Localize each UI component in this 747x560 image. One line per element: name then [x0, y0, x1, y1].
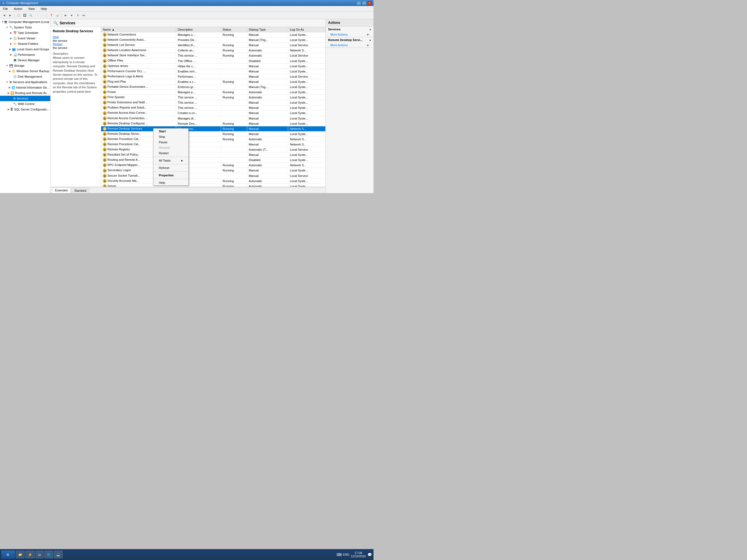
- show-hide-button[interactable]: 📋: [16, 12, 21, 18]
- pause-button[interactable]: ⏸: [75, 12, 80, 18]
- table-row[interactable]: ⚙Remote Access Auto Conne...Creates a co…: [101, 110, 326, 116]
- col-header-status[interactable]: Status: [221, 27, 247, 32]
- play-button[interactable]: ▶: [63, 12, 68, 18]
- table-row[interactable]: ⚙Routing and Remote A...DisabledLocal Sy…: [101, 157, 326, 163]
- restart-service-link[interactable]: Restart: [53, 42, 99, 46]
- tree-services-apps[interactable]: ▼ ⚙ Services and Applications: [0, 79, 50, 85]
- tree-services[interactable]: ⚙ Services: [0, 96, 50, 101]
- table-row[interactable]: ⚙Performance Logs & AlertsPerformanc...M…: [101, 74, 326, 79]
- tree-windows-backup[interactable]: ▶ 📀 Windows Server Backup: [0, 68, 50, 74]
- tree-root[interactable]: ▼ 💻 Computer Management (Local: [0, 19, 50, 25]
- services-apps-expand[interactable]: ▼: [5, 80, 9, 84]
- tree-wmi[interactable]: 🔧 WMI Control: [0, 101, 50, 107]
- table-row[interactable]: ⚙Remote RegistryAutomatic (T...Local Ser…: [101, 147, 326, 152]
- table-row[interactable]: ⚙Performance Counter DLL ...Enables rem.…: [101, 69, 326, 74]
- tab-standard[interactable]: Standard: [71, 188, 89, 193]
- table-row[interactable]: ⚙Network Connectivity Assis...Provides D…: [101, 37, 326, 43]
- tree-performance[interactable]: ▶ 📊 Performance: [0, 52, 50, 57]
- tab-extended[interactable]: Extended: [52, 187, 71, 193]
- table-row[interactable]: ⚙Offline FilesThe Offline ...DisabledLoc…: [101, 58, 326, 63]
- back-button[interactable]: ◀: [1, 12, 7, 18]
- table-row[interactable]: ⚙Print SpoolerThis service ...RunningAut…: [101, 95, 326, 100]
- table-row[interactable]: ⚙Network ConnectionsManages o...RunningM…: [101, 32, 326, 37]
- tree-root-expand[interactable]: ▼: [2, 20, 4, 24]
- table-row[interactable]: ⚙Remote Procedure Cal...ManualNetwork S.…: [101, 142, 326, 147]
- menu-file[interactable]: File: [1, 6, 9, 11]
- tree-system-tools[interactable]: ▼ 🔧 System Tools: [0, 25, 50, 30]
- restart-button[interactable]: ⏭: [81, 12, 86, 18]
- toolbar-btn3[interactable]: 🔍: [28, 12, 33, 18]
- toolbar-btn4[interactable]: 📄: [34, 12, 40, 18]
- ctx-all-tasks[interactable]: All Tasks ▶: [153, 158, 188, 163]
- menu-view[interactable]: View: [27, 6, 36, 11]
- tree-shared-folders[interactable]: ▶ 📁 Shared Folders: [0, 41, 50, 47]
- col-header-name[interactable]: Name ▲: [101, 27, 176, 32]
- toolbar-btn7[interactable]: 📊: [54, 12, 60, 18]
- tree-device-manager[interactable]: 💻 Device Manager: [0, 57, 50, 63]
- table-row[interactable]: ⚙Remote Desktop Servic...RunningManualLo…: [101, 131, 326, 136]
- table-row[interactable]: ⚙Resultant Set of Policy...ManualLocal S…: [101, 152, 326, 157]
- stop-button[interactable]: ■: [69, 12, 74, 18]
- local-users-expand[interactable]: ▶: [8, 47, 12, 51]
- table-row[interactable]: ⚙Secondary LogonRunningManualLocal Syste…: [101, 168, 326, 173]
- ctx-stop[interactable]: Stop: [153, 134, 188, 139]
- actions-services-more[interactable]: More Actions ▶: [326, 32, 374, 37]
- event-viewer-expand[interactable]: ▶: [9, 36, 13, 41]
- tree-event-viewer[interactable]: ▶ 📋 Event Viewer: [0, 35, 50, 41]
- toolbar-btn6[interactable]: ❓: [48, 12, 54, 18]
- minimize-button[interactable]: ─: [356, 1, 361, 5]
- ctx-start[interactable]: Start: [153, 128, 188, 134]
- tree-storage[interactable]: ▼ 💾 Storage: [0, 63, 50, 68]
- table-row[interactable]: ⚙Security Accounts Ma...RunningAutomatic…: [101, 178, 326, 183]
- table-row[interactable]: ⚙Network List ServiceIdentifies th...Run…: [101, 43, 326, 48]
- table-row[interactable]: ⚙Printer Extensions and Notif...This ser…: [101, 100, 326, 105]
- actions-rds-title[interactable]: Remote Desktop Servi... ▲: [326, 37, 374, 43]
- window-controls[interactable]: ─ □ ✕: [356, 1, 372, 5]
- task-scheduler-expand[interactable]: ▶: [9, 31, 13, 35]
- col-header-desc[interactable]: Description: [176, 27, 221, 32]
- system-tools-expand[interactable]: ▼: [5, 25, 9, 29]
- storage-expand[interactable]: ▼: [5, 63, 9, 68]
- table-row[interactable]: ⚙Problem Reports and Soluti...This servi…: [101, 105, 326, 110]
- col-header-startup[interactable]: Startup Type: [247, 27, 288, 32]
- table-row[interactable]: ⚙Remote Desktop Configurat...Remote Des.…: [101, 121, 326, 126]
- table-row[interactable]: ⚙Remote Procedure Cal...RunningAutomatic…: [101, 136, 326, 142]
- tree-task-scheduler[interactable]: ▶ 📅 Task Scheduler: [0, 30, 50, 35]
- stop-service-link[interactable]: Stop: [53, 35, 99, 39]
- ctx-restart[interactable]: Restart: [153, 150, 188, 156]
- iis-expand[interactable]: ▶: [8, 85, 11, 90]
- performance-expand[interactable]: ▶: [9, 52, 13, 57]
- tree-sql-config[interactable]: ▶ 🗄 SQL Server Configuratio...: [0, 107, 50, 112]
- table-row[interactable]: ⚙Plug and PlayEnables a c...RunningManua…: [101, 79, 326, 84]
- windows-backup-expand[interactable]: ▶: [8, 69, 12, 73]
- forward-button[interactable]: ▶: [7, 12, 13, 18]
- close-button[interactable]: ✕: [367, 1, 372, 5]
- table-row[interactable]: ⚙Portable Device Enumerator...Enforces g…: [101, 84, 326, 90]
- actions-services-title[interactable]: Services ▲: [326, 27, 374, 32]
- ctx-refresh[interactable]: Refresh: [153, 165, 188, 171]
- table-row[interactable]: ⚙RPC Endpoint Mapper...RunningAutomaticN…: [101, 163, 326, 168]
- toolbar-btn2[interactable]: 🔲: [22, 12, 27, 18]
- maximize-button[interactable]: □: [362, 1, 367, 5]
- menu-help[interactable]: Help: [39, 6, 49, 11]
- table-row[interactable]: ⚙Secure Socket Tunneli...ManualLocal Ser…: [101, 173, 326, 178]
- services-list[interactable]: Name ▲ Description Status Startup Type L…: [101, 27, 326, 187]
- routing-expand[interactable]: ▶: [7, 91, 10, 95]
- tree-local-users[interactable]: ▶ 👥 Local Users and Groups: [0, 47, 50, 52]
- tree-disk-management[interactable]: 💿 Disk Management: [0, 74, 50, 79]
- toolbar-btn5[interactable]: 📄: [40, 12, 45, 18]
- table-row[interactable]: ⚙Remote Desktop ServicesAllows user...Ru…: [101, 126, 326, 131]
- table-row[interactable]: ⚙Network Location AwarenessCollects an..…: [101, 48, 326, 53]
- table-row[interactable]: ⚙Remote Access Connection...Manages di..…: [101, 116, 326, 121]
- table-row[interactable]: ⚙Optimize drivesHelps the c...ManualLoca…: [101, 63, 326, 69]
- table-row[interactable]: ⚙PowerManages p...RunningAutomaticLocal …: [101, 90, 326, 95]
- table-row[interactable]: ⚙ServerRunningAutomaticLocal Syste...: [101, 183, 326, 187]
- table-row[interactable]: ⚙Network Store Interface Ser...This serv…: [101, 53, 326, 58]
- col-header-logon[interactable]: Log On As: [288, 27, 326, 32]
- actions-rds-more[interactable]: More Actions ▶: [326, 43, 374, 48]
- ctx-help[interactable]: Help: [153, 180, 188, 185]
- menu-action[interactable]: Action: [12, 6, 24, 11]
- ctx-properties[interactable]: Properties: [153, 173, 188, 178]
- shared-folders-expand[interactable]: ▶: [9, 42, 13, 46]
- ctx-pause[interactable]: Pause: [153, 139, 188, 145]
